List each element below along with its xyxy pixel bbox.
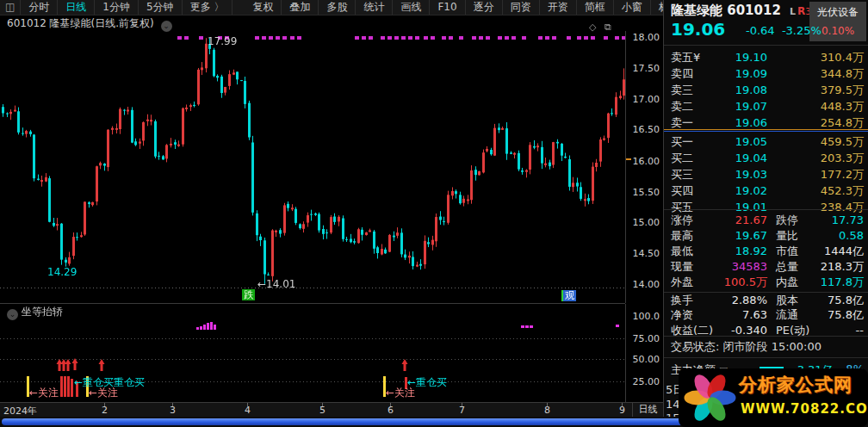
toolbar-item-多股[interactable]: 多股 bbox=[319, 0, 356, 15]
ask-row[interactable]: 卖二19.07448.3万 bbox=[664, 98, 868, 114]
tape-price: 19.04 bbox=[724, 150, 767, 166]
stat-label: 股本 bbox=[767, 293, 817, 308]
watermark: 分析家公式网 WWW.70822.COM bbox=[679, 368, 868, 427]
tape-price: 19.03 bbox=[724, 166, 767, 183]
trade-status: 交易状态: 闭市阶段 15:00:00 bbox=[671, 339, 822, 355]
stat-label: 现量 bbox=[671, 259, 722, 275]
stat-value: 2.88% bbox=[722, 293, 767, 308]
chart-price-label: ⧉ bbox=[604, 22, 611, 34]
bid-row[interactable]: 买三19.03177.2万 bbox=[664, 166, 868, 183]
stat-label: 跌停 bbox=[767, 213, 817, 228]
price-axis: 18.0017.5017.0016.5016.0015.5015.0014.50… bbox=[625, 31, 663, 303]
indicator-title[interactable]: ⌄坐等抬轿 bbox=[7, 305, 63, 320]
bid-row[interactable]: 买二19.04203.3万 bbox=[664, 150, 868, 166]
toolbar-item-F10[interactable]: F10 bbox=[430, 0, 465, 15]
x-axis: 2024年23456789 bbox=[0, 402, 663, 417]
price-tick-label: 15.50 bbox=[627, 187, 660, 198]
bid-row[interactable]: 买一19.05459.5万 bbox=[664, 133, 868, 150]
stat-row: 外盘100.5万内盘117.8万 bbox=[664, 275, 868, 290]
stat-value: 7.63 bbox=[722, 307, 767, 323]
stat-row: 最高19.67量比0.58 bbox=[664, 228, 868, 244]
indicator-signal-label: ←关注 bbox=[29, 387, 59, 399]
stat-value: 18.92 bbox=[722, 244, 767, 259]
toolbar-item-叠加[interactable]: 叠加 bbox=[282, 0, 319, 15]
mid-divider-orange bbox=[664, 129, 868, 130]
toolbar-item-开资[interactable]: 开资 bbox=[540, 0, 577, 15]
indicator-signal-label: ←关注 bbox=[386, 387, 415, 399]
watermark-site-url: WWW.70822.COM bbox=[741, 401, 868, 417]
indicator-signal-label: ←关注 bbox=[89, 387, 118, 399]
trading-terminal: ◫ 分时日线1分钟5分钟更多 〉复权叠加多股统计画线F10逐分同资开资简框小窗标… bbox=[0, 0, 868, 427]
toolbar-item-复权[interactable]: 复权 bbox=[245, 0, 282, 15]
chart-signal-badge: 跌 bbox=[242, 289, 255, 300]
tape-label: 卖四 bbox=[671, 65, 724, 82]
period-corner-label: 日线 bbox=[632, 402, 663, 417]
chevron-down-icon[interactable]: ⌄ bbox=[7, 309, 18, 320]
toolbar-item-分时[interactable]: 分时 bbox=[21, 0, 58, 15]
tape-volume: 344.8万 bbox=[767, 65, 864, 82]
tape-label: 买一 bbox=[671, 133, 724, 150]
chart-price-label: ◇ bbox=[589, 22, 596, 34]
ask-row[interactable]: 卖三19.08379.5万 bbox=[664, 82, 868, 98]
stat-value: 218.3万 bbox=[817, 259, 864, 275]
ask-row[interactable]: 卖四19.09344.8万 bbox=[664, 65, 868, 82]
toolbar-item-统计[interactable]: 统计 bbox=[356, 0, 393, 15]
x-axis-tick bbox=[462, 403, 462, 406]
divider bbox=[664, 45, 868, 46]
layout-icon[interactable]: ◫ bbox=[0, 0, 21, 15]
toolbar-item-简框[interactable]: 简框 bbox=[577, 0, 614, 15]
stat-row: 现量34583总量218.3万 bbox=[664, 259, 868, 275]
tape-label: 卖三 bbox=[671, 82, 724, 98]
toolbar-item-5分钟[interactable]: 5分钟 bbox=[139, 0, 183, 15]
indicator-tick-label: 25.00 bbox=[627, 376, 660, 387]
indicator-tick-label: 100.0 bbox=[627, 311, 660, 322]
stat-label: 最高 bbox=[671, 228, 722, 244]
indicator-tick-label: 75.00 bbox=[627, 333, 660, 344]
x-axis-tick bbox=[622, 403, 623, 406]
stat-row: 最低18.92市值1444亿 bbox=[664, 244, 868, 259]
price-tick-label: 14.50 bbox=[627, 248, 660, 259]
stat-value: 21.67 bbox=[722, 213, 767, 228]
stock-name: 隆基绿能 bbox=[671, 3, 722, 18]
x-axis-tick bbox=[390, 403, 391, 406]
tape-label: 卖五¥ bbox=[671, 49, 724, 65]
tape-volume: 310.4万 bbox=[767, 49, 864, 65]
stat-row: 净资7.63流通75.8亿 bbox=[664, 307, 868, 323]
price-tick-label: 16.00 bbox=[627, 156, 660, 167]
symbol-bar[interactable]: 601012 隆基绿能(日线.前复权) ⌄ bbox=[7, 16, 172, 31]
watermark-site-name: 分析家公式网 bbox=[739, 373, 852, 397]
divider bbox=[664, 209, 868, 210]
toolbar-item-逐分[interactable]: 逐分 bbox=[466, 0, 503, 15]
ask-row[interactable]: 卖五¥19.10310.4万 bbox=[664, 49, 868, 65]
toolbar-item-同资[interactable]: 同资 bbox=[503, 0, 540, 15]
tape-price: 19.08 bbox=[724, 82, 767, 98]
stat-value: 34583 bbox=[722, 259, 767, 275]
stat-label: 量比 bbox=[767, 228, 817, 244]
tape-volume: 203.3万 bbox=[767, 150, 864, 166]
tape-volume: 459.5万 bbox=[767, 133, 864, 150]
stat-row: 换手2.88%股本75.8亿 bbox=[664, 292, 868, 307]
tape-label: 买二 bbox=[671, 150, 724, 166]
tape-label: 卖二 bbox=[671, 98, 724, 114]
symbol-label: 601012 隆基绿能(日线.前复权) bbox=[7, 17, 154, 29]
toolbar-item-1分钟[interactable]: 1分钟 bbox=[95, 0, 139, 15]
mid-divider-blue bbox=[664, 131, 868, 132]
toolbar-item-画线[interactable]: 画线 bbox=[393, 0, 430, 15]
candlestick-canvas[interactable] bbox=[0, 31, 625, 303]
indicator-axis: 100.075.0050.0025.00 bbox=[625, 304, 663, 402]
chart-signal-badge: 观 bbox=[561, 290, 576, 301]
price-tick-label: 18.00 bbox=[627, 32, 660, 43]
bid-row[interactable]: 买四19.02452.3万 bbox=[664, 183, 868, 199]
toolbar-item-小窗[interactable]: 小窗 bbox=[614, 0, 651, 15]
stat-value: 75.8亿 bbox=[817, 293, 864, 308]
chart-price-label: 17.99 bbox=[208, 35, 237, 47]
toolbar-item-日线[interactable]: 日线 bbox=[58, 0, 95, 15]
price-tick-label: 16.50 bbox=[627, 124, 660, 135]
x-axis-tick bbox=[104, 403, 105, 406]
tape-price: 19.10 bbox=[724, 49, 767, 65]
stat-value: 100.5万 bbox=[722, 275, 767, 290]
top-toolbar: ◫ 分时日线1分钟5分钟更多 〉复权叠加多股统计画线F10逐分同资开资简框小窗标… bbox=[0, 0, 663, 15]
tag-l: L bbox=[790, 6, 796, 17]
divider bbox=[664, 357, 868, 358]
toolbar-item-更多〉[interactable]: 更多 〉 bbox=[183, 0, 233, 15]
